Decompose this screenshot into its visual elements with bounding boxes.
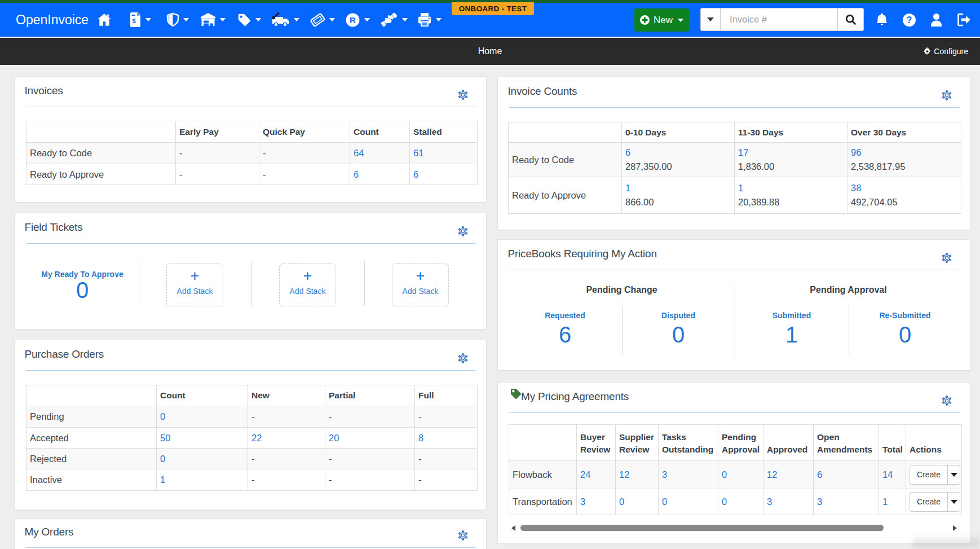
svg-text:R: R bbox=[350, 15, 356, 24]
svg-text:$: $ bbox=[132, 17, 135, 24]
svg-text:?: ? bbox=[907, 15, 912, 25]
